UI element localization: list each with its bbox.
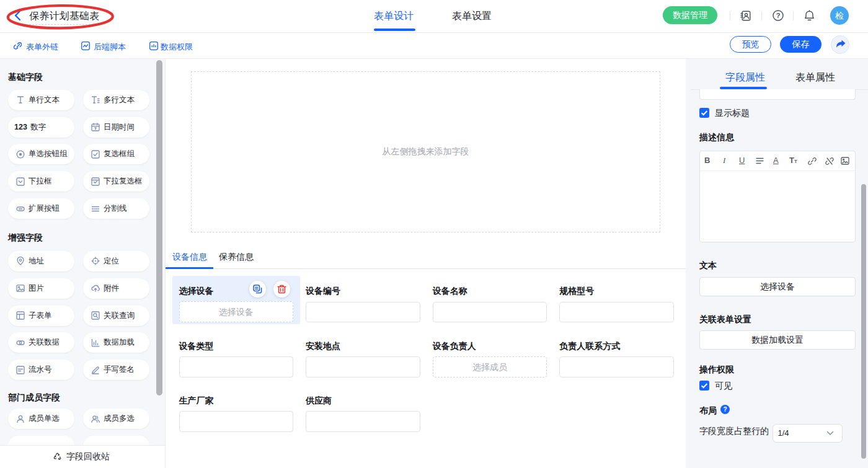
svg-text:?: ? <box>723 406 727 413</box>
svg-text:?: ? <box>776 12 781 19</box>
